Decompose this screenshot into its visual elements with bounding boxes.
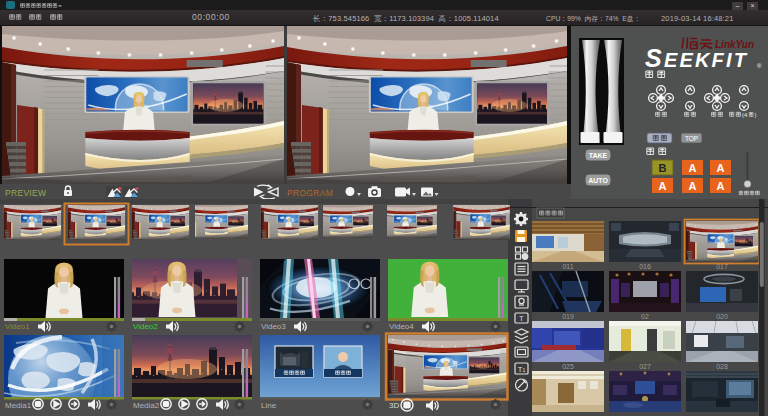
svg-text:A: A — [659, 180, 667, 192]
svg-text:A: A — [689, 162, 697, 174]
svg-text:Video3: Video3 — [261, 322, 286, 331]
svg-text:3D: 3D — [389, 401, 399, 410]
svg-text:T1: T1 — [518, 365, 526, 374]
svg-text:028: 028 — [716, 363, 728, 370]
svg-text:Line: Line — [261, 401, 277, 410]
svg-text:019: 019 — [562, 313, 574, 320]
svg-text:AUTO: AUTO — [588, 177, 608, 184]
svg-text:025: 025 — [562, 363, 574, 370]
svg-text:): ) — [755, 112, 757, 118]
svg-text:Media1: Media1 — [5, 401, 32, 410]
svg-text:TAKE: TAKE — [589, 152, 608, 159]
svg-text:TOP: TOP — [685, 135, 698, 142]
svg-text:®: ® — [757, 63, 762, 69]
svg-text:011: 011 — [562, 263, 573, 270]
svg-text:B: B — [659, 162, 667, 174]
svg-text:Video4: Video4 — [389, 322, 414, 331]
svg-text:027: 027 — [639, 363, 651, 370]
svg-text:A: A — [717, 180, 725, 192]
svg-text:T: T — [519, 315, 524, 322]
svg-text:016: 016 — [639, 263, 651, 270]
svg-text:Video2: Video2 — [133, 322, 158, 331]
svg-text:Media2: Media2 — [133, 401, 160, 410]
svg-text:A: A — [689, 180, 697, 192]
svg-text:A: A — [717, 162, 725, 174]
svg-text:02: 02 — [641, 313, 649, 320]
svg-text:(4: (4 — [742, 112, 748, 118]
svg-text:Video1: Video1 — [5, 322, 30, 331]
svg-text:SEEKFIT: SEEKFIT — [645, 44, 748, 72]
svg-text:020: 020 — [716, 313, 728, 320]
